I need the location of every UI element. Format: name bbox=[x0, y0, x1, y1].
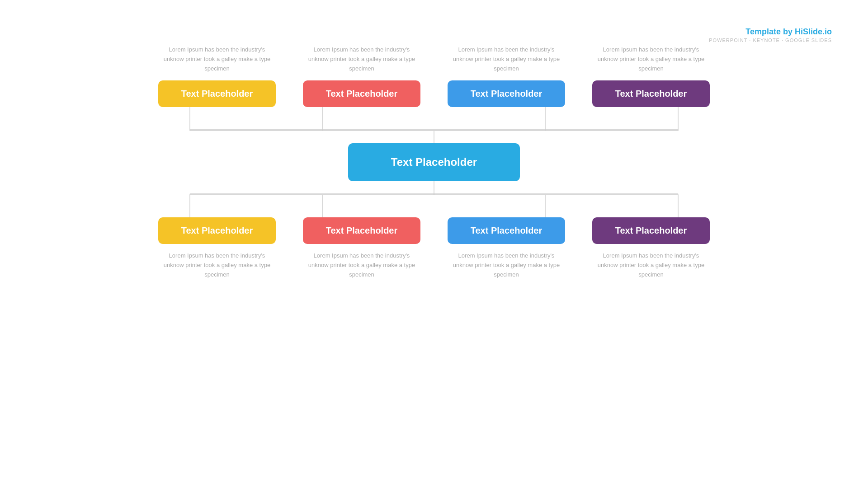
top-node-desc-4: Lorem Ipsum has been the industry's unkn… bbox=[597, 45, 705, 73]
svg-rect-0 bbox=[190, 130, 678, 131]
watermark-sub: POWERPOINT · KEYNOTE · GOOGLE SLIDES bbox=[709, 38, 832, 43]
bottom-node-col-4: Text PlaceholderLorem Ipsum has been the… bbox=[579, 217, 723, 279]
bottom-node-desc-2: Lorem Ipsum has been the industry's unkn… bbox=[307, 251, 416, 279]
connectors-bottom bbox=[118, 181, 750, 217]
bottom-node-desc-3: Lorem Ipsum has been the industry's unkn… bbox=[452, 251, 561, 279]
top-node-button-4[interactable]: Text Placeholder bbox=[592, 80, 710, 107]
top-row: Lorem Ipsum has been the industry's unkn… bbox=[118, 45, 750, 107]
center-node-wrap: Text Placeholder bbox=[348, 143, 520, 181]
top-node-desc-3: Lorem Ipsum has been the industry's unkn… bbox=[452, 45, 561, 73]
top-node-desc-1: Lorem Ipsum has been the industry's unkn… bbox=[163, 45, 271, 73]
top-node-button-1[interactable]: Text Placeholder bbox=[158, 80, 276, 107]
org-chart: Lorem Ipsum has been the industry's unkn… bbox=[0, 45, 868, 280]
watermark: Template by HiSlide.io POWERPOINT · KEYN… bbox=[709, 27, 832, 43]
bottom-node-desc-1: Lorem Ipsum has been the industry's unkn… bbox=[163, 251, 271, 279]
watermark-prefix: Template by bbox=[745, 27, 795, 36]
top-node-col-3: Lorem Ipsum has been the industry's unkn… bbox=[434, 45, 579, 107]
top-node-button-3[interactable]: Text Placeholder bbox=[448, 80, 565, 107]
top-node-col-1: Lorem Ipsum has been the industry's unkn… bbox=[145, 45, 289, 107]
watermark-brand: HiSlide.io bbox=[795, 27, 832, 36]
bottom-node-button-1[interactable]: Text Placeholder bbox=[158, 217, 276, 244]
top-node-button-2[interactable]: Text Placeholder bbox=[303, 80, 420, 107]
bottom-node-button-3[interactable]: Text Placeholder bbox=[448, 217, 565, 244]
bottom-node-col-3: Text PlaceholderLorem Ipsum has been the… bbox=[434, 217, 579, 279]
bottom-node-desc-4: Lorem Ipsum has been the industry's unkn… bbox=[597, 251, 705, 279]
watermark-title: Template by HiSlide.io bbox=[709, 27, 832, 37]
top-node-col-2: Lorem Ipsum has been the industry's unkn… bbox=[289, 45, 434, 107]
bottom-node-col-1: Text PlaceholderLorem Ipsum has been the… bbox=[145, 217, 289, 279]
top-node-col-4: Lorem Ipsum has been the industry's unkn… bbox=[579, 45, 723, 107]
bottom-node-button-2[interactable]: Text Placeholder bbox=[303, 217, 420, 244]
top-node-desc-2: Lorem Ipsum has been the industry's unkn… bbox=[307, 45, 416, 73]
bottom-node-button-4[interactable]: Text Placeholder bbox=[592, 217, 710, 244]
bottom-node-col-2: Text PlaceholderLorem Ipsum has been the… bbox=[289, 217, 434, 279]
bottom-row: Text PlaceholderLorem Ipsum has been the… bbox=[118, 217, 750, 279]
connectors-top bbox=[118, 107, 750, 143]
center-node-button[interactable]: Text Placeholder bbox=[348, 143, 520, 181]
